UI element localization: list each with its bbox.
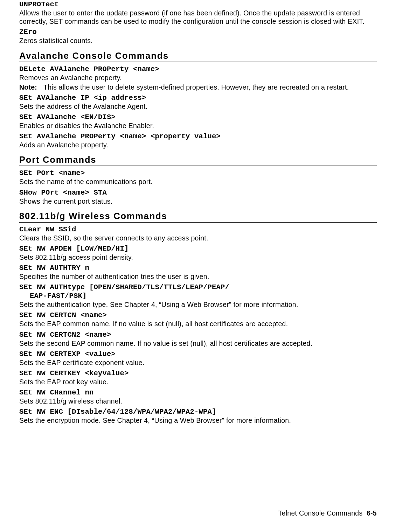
desc-delete-avalanche: Removes an Avalanche property.	[19, 74, 377, 82]
heading-wireless: 802.11b/g Wireless Commands	[19, 211, 377, 223]
note-label: Note:	[19, 83, 37, 91]
cmd-certcn2: SEt NW CERTCN2 <name>	[19, 330, 377, 339]
desc-set-port: Sets the name of the communications port…	[19, 177, 377, 186]
desc-channel: Sets 802.11b/g wireless channel.	[19, 397, 377, 405]
heading-avalanche: Avalanche Console Commands	[19, 51, 377, 62]
desc-avalanche-prop: Adds an Avalanche property.	[19, 141, 377, 149]
note-body: This allows the user to delete system-de…	[43, 83, 377, 91]
cmd-certkey: SEt NW CERTKEY <keyvalue>	[19, 369, 377, 378]
cmd-avalanche-prop: SEt AVAlanche PROPerty <name> <property …	[19, 132, 377, 141]
cmd-apden: SEt NW APDEN [LOW/MED/HI]	[19, 244, 377, 253]
cmd-zero: ZEro	[19, 28, 377, 36]
cmd-enc: SEt NW ENC [DIsable/64/128/WPA/WPA2/WPA2…	[19, 407, 377, 416]
cmd-authtry: SEt NW AUTHTRY n	[19, 264, 377, 272]
page-footer: Telnet Console Commands 6-5	[278, 509, 377, 517]
cmd-certexp: SEt NW CERTEXP <value>	[19, 350, 377, 358]
heading-port: Port Commands	[19, 155, 377, 166]
desc-certcn: Sets the EAP common name. If no value is…	[19, 320, 377, 328]
cmd-delete-avalanche: DELete AVAlanche PROPerty <name>	[19, 65, 377, 74]
desc-avalanche-ip: Sets the address of the Avalanche Agent.	[19, 102, 377, 111]
cmd-avalanche-ip: SEt AVAlanche IP <ip address>	[19, 93, 377, 102]
desc-authtry: Specifies the number of authentication t…	[19, 272, 377, 281]
desc-certkey: Sets the EAP root key value.	[19, 378, 377, 386]
desc-show-port: Shows the current port status.	[19, 197, 377, 205]
desc-enc: Sets the encryption mode. See Chapter 4,…	[19, 416, 377, 425]
cmd-clear-ssid: CLear NW SSid	[19, 225, 377, 234]
cmd-unprotect: UNPROTect	[19, 0, 377, 9]
cmd-set-port: SEt POrt <name>	[19, 169, 377, 177]
footer-page-number: 6-5	[367, 509, 377, 517]
cmd-channel: SEt NW CHannel nn	[19, 388, 377, 397]
cmd-authtype-line2: EAP-FAST/PSK]	[30, 292, 377, 300]
desc-authtype: Sets the authentication type. See Chapte…	[19, 300, 377, 309]
note-delete-avalanche: Note: This allows the user to delete sys…	[19, 83, 377, 91]
desc-unprotect: Allows the user to enter the update pass…	[19, 9, 377, 26]
cmd-certcn: SEt NW CERTCN <name>	[19, 311, 377, 320]
desc-certcn2: Sets the second EAP common name. If no v…	[19, 339, 377, 348]
footer-text: Telnet Console Commands	[278, 509, 362, 517]
desc-zero: Zeros statistical counts.	[19, 36, 377, 45]
cmd-authtype-line1: SEt NW AUTHtype [OPEN/SHARED/TLS/TTLS/LE…	[19, 283, 377, 292]
page: UNPROTect Allows the user to enter the u…	[0, 0, 396, 532]
cmd-avalanche-endis: SEt AVAlanche <EN/DIS>	[19, 113, 377, 121]
desc-avalanche-endis: Enables or disables the Avalanche Enable…	[19, 121, 377, 130]
desc-clear-ssid: Clears the SSID, so the server connects …	[19, 234, 377, 242]
cmd-show-port: SHow POrt <name> STA	[19, 188, 377, 197]
desc-certexp: Sets the EAP certificate exponent value.	[19, 358, 377, 367]
desc-apden: Sets 802.11b/g access point density.	[19, 253, 377, 261]
